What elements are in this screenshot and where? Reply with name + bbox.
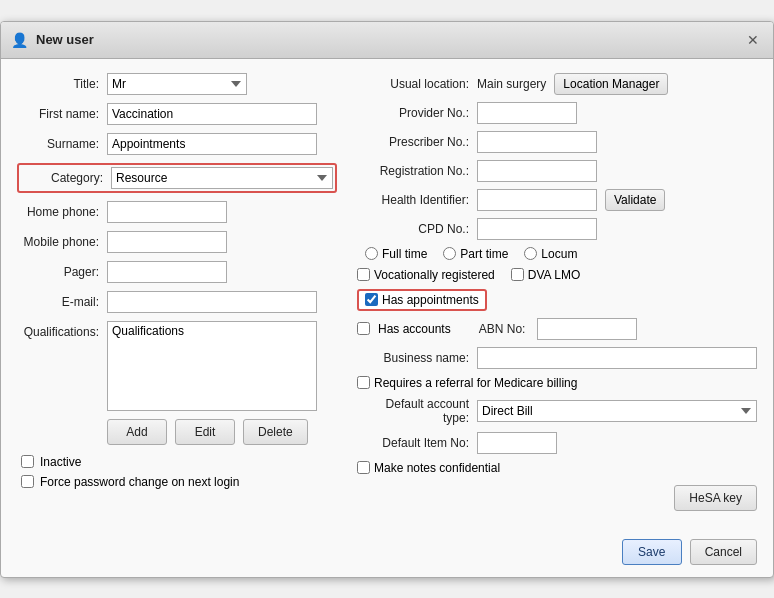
close-button[interactable]: ✕	[743, 30, 763, 50]
provider-no-row: Provider No.:	[357, 102, 757, 124]
cpd-no-row: CPD No.:	[357, 218, 757, 240]
email-input[interactable]	[107, 291, 317, 313]
bottom-btn-row: Save Cancel	[1, 531, 773, 577]
delete-button[interactable]: Delete	[243, 419, 308, 445]
dialog-icon: 👤	[11, 32, 28, 48]
force-password-row: Force password change on next login	[21, 475, 337, 489]
default-item-no-label: Default Item No:	[357, 436, 477, 450]
has-accounts-abn-row: Has accounts ABN No:	[357, 318, 757, 340]
hesa-key-row: HeSA key	[357, 485, 757, 511]
new-user-dialog: 👤 New user ✕ Title: Mr Mrs Ms Dr Prof Fi…	[0, 21, 774, 578]
firstname-row: First name:	[17, 103, 337, 125]
title-row: Title: Mr Mrs Ms Dr Prof	[17, 73, 337, 95]
business-name-input[interactable]	[477, 347, 757, 369]
requires-referral-label: Requires a referral for Medicare billing	[374, 376, 577, 390]
parttime-label: Part time	[460, 247, 508, 261]
qualifications-row: Qualifications: Qualifications	[17, 321, 337, 411]
voc-dva-group: Vocationally registered DVA LMO	[357, 268, 757, 282]
requires-referral-row: Requires a referral for Medicare billing	[357, 376, 757, 390]
prescriber-no-row: Prescriber No.:	[357, 131, 757, 153]
abn-no-label: ABN No:	[479, 322, 526, 336]
has-appointments-checkbox[interactable]	[365, 293, 378, 306]
surname-label: Surname:	[17, 137, 107, 151]
save-button[interactable]: Save	[622, 539, 682, 565]
has-accounts-checkbox[interactable]	[357, 322, 370, 335]
default-account-type-label: Default account type:	[357, 397, 477, 425]
make-notes-confidential-label: Make notes confidential	[374, 461, 500, 475]
fulltime-radio[interactable]	[365, 247, 378, 260]
default-item-no-input[interactable]	[477, 432, 557, 454]
business-name-row: Business name:	[357, 347, 757, 369]
cancel-button[interactable]: Cancel	[690, 539, 757, 565]
has-accounts-label: Has accounts	[378, 322, 451, 336]
prescriber-no-input[interactable]	[477, 131, 597, 153]
edit-button[interactable]: Edit	[175, 419, 235, 445]
title-bar-left: 👤 New user	[11, 32, 94, 48]
usual-location-label: Usual location:	[357, 77, 477, 91]
locum-radio[interactable]	[524, 247, 537, 260]
homephone-row: Home phone:	[17, 201, 337, 223]
category-label: Category:	[21, 171, 111, 185]
make-notes-confidential-checkbox[interactable]	[357, 461, 370, 474]
default-account-type-select[interactable]: Direct Bill Private Medicare DVA	[477, 400, 757, 422]
qualifications-btn-row: Add Edit Delete	[107, 419, 337, 445]
pager-input[interactable]	[107, 261, 227, 283]
dva-lmo-label: DVA LMO	[528, 268, 580, 282]
provider-no-input[interactable]	[477, 102, 577, 124]
homephone-input[interactable]	[107, 201, 227, 223]
mobilephone-row: Mobile phone:	[17, 231, 337, 253]
inactive-label: Inactive	[40, 455, 81, 469]
dialog-title: New user	[36, 32, 94, 47]
right-panel: Usual location: Main surgery Location Ma…	[357, 73, 757, 517]
category-row: Category: Resource Doctor Nurse Admin	[17, 163, 337, 193]
qualifications-label: Qualifications:	[17, 321, 107, 411]
prescriber-no-label: Prescriber No.:	[357, 135, 477, 149]
vocationally-registered-checkbox[interactable]	[357, 268, 370, 281]
force-password-label: Force password change on next login	[40, 475, 239, 489]
qualifications-input[interactable]: Qualifications	[107, 321, 317, 411]
hesa-key-button[interactable]: HeSA key	[674, 485, 757, 511]
has-appointments-label: Has appointments	[382, 293, 479, 307]
locum-label: Locum	[541, 247, 577, 261]
cpd-no-input[interactable]	[477, 218, 597, 240]
usual-location-row: Usual location: Main surgery Location Ma…	[357, 73, 757, 95]
cpd-no-label: CPD No.:	[357, 222, 477, 236]
validate-button[interactable]: Validate	[605, 189, 665, 211]
locum-radio-item: Locum	[524, 247, 577, 261]
usual-location-value: Main surgery	[477, 77, 546, 91]
pager-label: Pager:	[17, 265, 107, 279]
add-button[interactable]: Add	[107, 419, 167, 445]
surname-row: Surname:	[17, 133, 337, 155]
inactive-checkbox[interactable]	[21, 455, 34, 468]
firstname-input[interactable]	[107, 103, 317, 125]
title-bar: 👤 New user ✕	[1, 22, 773, 59]
firstname-label: First name:	[17, 107, 107, 121]
email-row: E-mail:	[17, 291, 337, 313]
title-select[interactable]: Mr Mrs Ms Dr Prof	[107, 73, 247, 95]
requires-referral-checkbox[interactable]	[357, 376, 370, 389]
title-label: Title:	[17, 77, 107, 91]
mobilephone-input[interactable]	[107, 231, 227, 253]
default-account-type-row: Default account type: Direct Bill Privat…	[357, 397, 757, 425]
parttime-radio[interactable]	[443, 247, 456, 260]
default-item-no-row: Default Item No:	[357, 432, 757, 454]
category-select[interactable]: Resource Doctor Nurse Admin	[111, 167, 333, 189]
health-identifier-input[interactable]	[477, 189, 597, 211]
dialog-body: Title: Mr Mrs Ms Dr Prof First name: Sur…	[1, 59, 773, 531]
has-appointments-box: Has appointments	[357, 289, 487, 311]
fulltime-label: Full time	[382, 247, 427, 261]
dva-lmo-item: DVA LMO	[511, 268, 580, 282]
registration-no-input[interactable]	[477, 160, 597, 182]
surname-input[interactable]	[107, 133, 317, 155]
voc-registered-item: Vocationally registered	[357, 268, 495, 282]
registration-no-label: Registration No.:	[357, 164, 477, 178]
abn-no-input[interactable]	[537, 318, 637, 340]
dva-lmo-checkbox[interactable]	[511, 268, 524, 281]
location-manager-button[interactable]: Location Manager	[554, 73, 668, 95]
pager-row: Pager:	[17, 261, 337, 283]
force-password-checkbox[interactable]	[21, 475, 34, 488]
email-label: E-mail:	[17, 295, 107, 309]
registration-no-row: Registration No.:	[357, 160, 757, 182]
provider-no-label: Provider No.:	[357, 106, 477, 120]
inactive-row: Inactive	[21, 455, 337, 469]
